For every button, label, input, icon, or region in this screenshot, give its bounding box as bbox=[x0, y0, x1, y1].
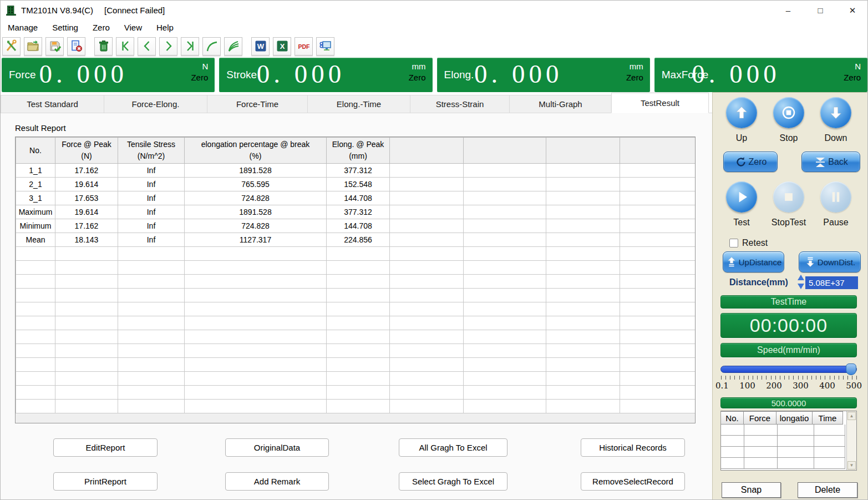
historical-records-button[interactable]: Historical Records bbox=[581, 438, 685, 457]
table-cell bbox=[620, 219, 696, 233]
result-table-container: No.Force @ Peak(N)Tensile Stress(N/m^2)e… bbox=[15, 137, 696, 423]
column-header: Tensile Stress(N/m^2) bbox=[118, 138, 185, 164]
menu-bar: Manage Setting Zero View Help bbox=[1, 20, 868, 35]
record-row bbox=[721, 447, 856, 458]
table-row[interactable]: 1_117.162Inf1891.528377.312 bbox=[16, 164, 696, 178]
zero-button-label: Zero bbox=[749, 157, 767, 167]
spinner-up-icon[interactable] bbox=[797, 274, 805, 281]
table-cell bbox=[390, 219, 464, 233]
all-graph-to-excel-button[interactable]: All Gragh To Excel bbox=[399, 438, 507, 457]
single-curve-icon[interactable] bbox=[202, 37, 221, 55]
table-row[interactable]: 3_117.653Inf724.828144.708 bbox=[16, 191, 696, 205]
menu-view[interactable]: View bbox=[117, 21, 149, 34]
record-table-grid: No.ForcelongatioTime bbox=[721, 411, 856, 469]
table-cell bbox=[464, 205, 546, 219]
table-row[interactable]: Minimum17.162Inf724.828144.708 bbox=[16, 219, 696, 233]
save-confirm-icon[interactable] bbox=[45, 37, 64, 55]
delete-button[interactable]: Delete bbox=[798, 482, 857, 498]
table-row[interactable]: Maximum19.614Inf1891.528377.312 bbox=[16, 205, 696, 219]
pause-button-label: Pause bbox=[823, 218, 848, 228]
window-controls: – □ ✕ bbox=[772, 1, 868, 20]
export-pdf-icon[interactable]: PDF bbox=[295, 37, 313, 55]
export-word-icon[interactable]: W bbox=[251, 37, 270, 55]
add-remark-button[interactable]: Add Remark bbox=[225, 472, 329, 491]
tab-force-time[interactable]: Force-Time bbox=[207, 95, 308, 113]
record-column-header[interactable]: Force bbox=[743, 411, 776, 425]
column-header bbox=[390, 138, 464, 164]
record-column-header[interactable]: Time bbox=[812, 411, 843, 425]
up-distance-button[interactable]: UpDistance bbox=[723, 251, 784, 272]
zero-button[interactable]: Zero bbox=[723, 151, 778, 172]
table-cell: Inf bbox=[118, 178, 185, 191]
select-graph-to-excel-button[interactable]: Select Gragh To Excel bbox=[399, 472, 507, 491]
jog-stop-label: Stop bbox=[780, 133, 798, 143]
close-file-icon[interactable] bbox=[67, 37, 85, 55]
retest-checkbox[interactable] bbox=[729, 239, 738, 248]
record-row bbox=[721, 436, 856, 447]
next-record-icon[interactable] bbox=[159, 37, 177, 55]
pause-button[interactable] bbox=[820, 181, 851, 213]
back-button[interactable]: Back bbox=[801, 151, 860, 172]
table-cell bbox=[546, 191, 620, 205]
table-cell: Mean bbox=[16, 233, 55, 247]
arrow-up-icon bbox=[733, 104, 750, 121]
table-cell: 19.614 bbox=[55, 178, 118, 191]
scroll-down-icon[interactable]: ▼ bbox=[847, 461, 856, 469]
tab-test-result[interactable]: TestResult bbox=[611, 93, 709, 113]
screen-display-icon[interactable] bbox=[316, 37, 334, 55]
table-row[interactable]: 2_119.614Inf765.595152.548 bbox=[16, 178, 696, 191]
tools-icon[interactable] bbox=[2, 37, 21, 55]
stop-test-button[interactable] bbox=[773, 181, 804, 213]
back-button-label: Back bbox=[828, 157, 848, 167]
maximize-button[interactable]: □ bbox=[804, 1, 836, 20]
original-data-button[interactable]: OriginalData bbox=[225, 438, 329, 457]
speed-slider-thumb[interactable] bbox=[846, 363, 856, 375]
jog-stop-button[interactable] bbox=[773, 97, 804, 128]
prev-record-icon[interactable] bbox=[138, 37, 156, 55]
test-button[interactable] bbox=[726, 181, 757, 213]
table-cell bbox=[620, 233, 696, 247]
tab-force-elong[interactable]: Force-Elong. bbox=[104, 95, 207, 113]
down-distance-button[interactable]: DownDist. bbox=[799, 251, 861, 272]
close-button[interactable]: ✕ bbox=[836, 1, 868, 20]
tab-elong-time[interactable]: Elong.-Time bbox=[307, 95, 410, 113]
menu-zero[interactable]: Zero bbox=[85, 21, 117, 34]
snap-button[interactable]: Snap bbox=[722, 482, 781, 498]
delete-record-icon[interactable] bbox=[94, 37, 113, 55]
tab-test-standard[interactable]: Test Standard bbox=[1, 95, 104, 113]
jog-up-button[interactable] bbox=[726, 97, 757, 128]
table-cell bbox=[464, 178, 546, 191]
empty-table-row bbox=[16, 302, 696, 316]
last-record-icon[interactable] bbox=[181, 37, 199, 55]
minimize-button[interactable]: – bbox=[772, 1, 804, 20]
first-record-icon[interactable] bbox=[116, 37, 134, 55]
tab-stress-strain[interactable]: Stress-Strain bbox=[410, 95, 510, 113]
record-table-scrollbar[interactable]: ▲ ▼ bbox=[846, 411, 856, 470]
app-icon bbox=[6, 5, 17, 16]
table-cell bbox=[464, 164, 546, 178]
open-file-icon[interactable] bbox=[24, 37, 42, 55]
menu-setting[interactable]: Setting bbox=[45, 21, 85, 34]
export-excel-icon[interactable]: X bbox=[273, 37, 291, 55]
spinner-down-icon[interactable] bbox=[797, 283, 805, 290]
jog-down-button[interactable] bbox=[820, 97, 851, 128]
arrow-up-lines-icon bbox=[725, 256, 738, 268]
multi-curve-icon[interactable] bbox=[224, 37, 242, 55]
scroll-up-icon[interactable]: ▲ bbox=[847, 412, 856, 420]
tab-multi-graph[interactable]: Multi-Graph bbox=[509, 95, 612, 113]
remove-select-record-button[interactable]: RemoveSelectRecord bbox=[581, 472, 685, 491]
print-report-button[interactable]: PrintReport bbox=[53, 472, 158, 491]
record-column-header[interactable]: longatio bbox=[776, 411, 813, 425]
menu-manage[interactable]: Manage bbox=[1, 21, 45, 34]
jog-up-label: Up bbox=[736, 133, 747, 143]
record-column-header[interactable]: No. bbox=[720, 411, 744, 425]
menu-help[interactable]: Help bbox=[149, 21, 181, 34]
speed-slider[interactable] bbox=[720, 366, 857, 373]
empty-table-row bbox=[16, 400, 696, 413]
table-row[interactable]: Mean18.143Inf1127.317224.856 bbox=[16, 233, 696, 247]
test-time-header: TestTime bbox=[720, 295, 857, 309]
table-cell: 17.162 bbox=[55, 219, 118, 233]
distance-value-field[interactable]: 5.08E+37 bbox=[805, 276, 858, 289]
empty-table-row bbox=[16, 386, 696, 400]
edit-report-button[interactable]: EditReport bbox=[53, 438, 158, 457]
